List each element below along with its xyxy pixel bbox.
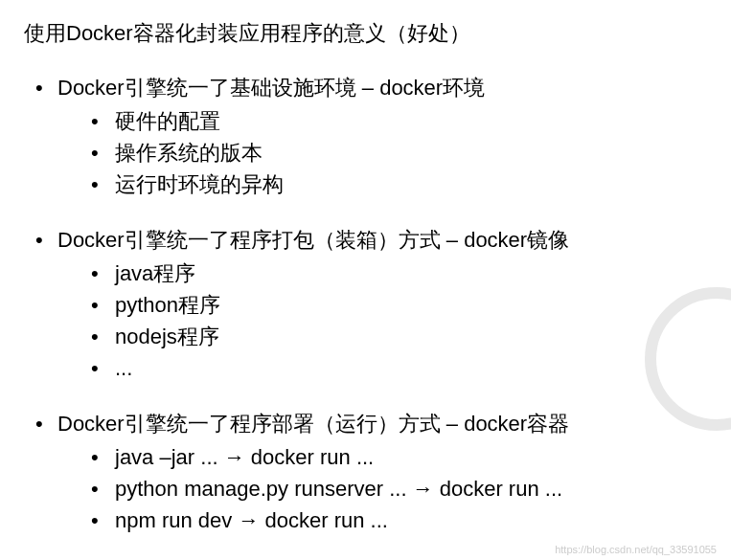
sub-bullet: java –jar ... → docker run ...	[24, 441, 707, 473]
sub-bullet: 运行时环境的异构	[24, 168, 707, 200]
main-bullet: Docker引擎统一了程序打包（装箱）方式 – docker镜像	[24, 224, 707, 256]
sub-bullet: ...	[24, 352, 707, 384]
sub-bullet: npm run dev → docker run ...	[24, 504, 707, 536]
section-3: Docker引擎统一了程序部署（运行）方式 – docker容器 java –j…	[24, 408, 707, 536]
main-bullet: Docker引擎统一了基础设施环境 – docker环境	[24, 72, 707, 103]
sub-list: java程序 python程序 nodejs程序 ...	[24, 258, 707, 384]
sub-list: 硬件的配置 操作系统的版本 运行时环境的异构	[24, 105, 707, 200]
section-2: Docker引擎统一了程序打包（装箱）方式 – docker镜像 java程序 …	[24, 224, 707, 384]
sub-bullet: python manage.py runserver ... → docker …	[24, 473, 707, 504]
sub-list: java –jar ... → docker run ... python ma…	[24, 441, 707, 536]
watermark-text: https://blog.csdn.net/qq_33591055	[555, 544, 717, 555]
section-1: Docker引擎统一了基础设施环境 – docker环境 硬件的配置 操作系统的…	[24, 72, 707, 200]
sub-bullet: 操作系统的版本	[24, 137, 707, 168]
sub-bullet: 硬件的配置	[24, 105, 707, 137]
main-bullet: Docker引擎统一了程序部署（运行）方式 – docker容器	[24, 408, 707, 439]
sub-bullet: java程序	[24, 258, 707, 289]
sub-bullet: nodejs程序	[24, 321, 707, 352]
sub-bullet: python程序	[24, 289, 707, 321]
slide-title: 使用Docker容器化封装应用程序的意义（好处）	[24, 19, 707, 48]
